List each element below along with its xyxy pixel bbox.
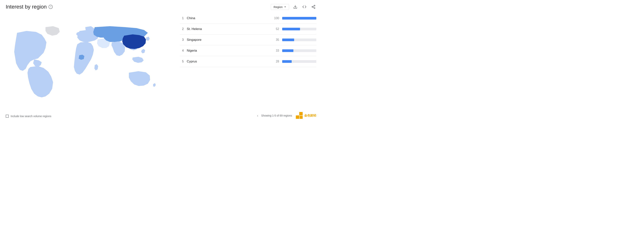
bar-container [282,60,316,63]
pagination-info: Showing 1-5 of 69 regions [261,114,292,117]
region-rank: 5 [180,60,184,63]
dropdown-label: Region [274,5,283,9]
low-volume-checkbox[interactable] [6,115,9,118]
region-name[interactable]: Singapore [187,38,269,42]
section-header: Interest by region ? Region ▼ [6,4,316,10]
region-name[interactable]: China [187,16,269,20]
share-button[interactable] [311,4,316,10]
download-button[interactable] [292,4,298,10]
svg-rect-9 [300,116,303,119]
list-item: 5Cyprus28 [180,56,316,67]
list-footer: ‹ Showing 1-5 of 69 regions 金色财经 [256,110,316,119]
page-title: Interest by region [6,4,46,10]
region-dropdown[interactable]: Region ▼ [271,4,289,10]
help-icon[interactable]: ? [48,5,53,9]
bar-container [282,49,316,52]
bar-container [282,17,316,20]
region-name[interactable]: Nigeria [187,49,269,53]
region-value: 28 [272,60,279,63]
embed-button[interactable] [302,4,307,10]
bar-fill [282,60,292,63]
list-item: 1China100 [180,13,316,24]
main-content: Include low search volume regions 1China… [6,13,316,119]
header-right: Region ▼ [271,4,316,10]
prev-page-button[interactable]: ‹ [256,113,259,118]
region-value: 35 [272,38,279,42]
svg-rect-8 [296,115,299,119]
map-footer: Include low search volume regions [6,115,172,119]
list-item: 4Nigeria33 [180,45,316,56]
region-rank: 4 [180,49,184,52]
list-section: 1China1002St. Helena523Singapore354Niger… [172,13,316,119]
bar-fill [282,39,294,41]
region-name[interactable]: St. Helena [187,27,269,31]
region-value: 100 [272,17,279,20]
watermark-logo [296,112,303,119]
low-volume-label: Include low search volume regions [10,115,51,118]
map-container [6,13,172,112]
bar-fill [282,28,300,30]
region-rank: 3 [180,38,184,42]
region-value: 52 [272,27,279,31]
chevron-down-icon: ▼ [284,6,286,8]
header-left: Interest by region ? [6,4,53,10]
region-value: 33 [272,49,279,52]
region-rank: 2 [180,27,184,31]
svg-line-4 [313,7,314,8]
watermark-text: 金色财经 [304,114,316,118]
list-footer-area: ‹ Showing 1-5 of 69 regions 金色财经 [180,110,316,119]
svg-rect-10 [296,113,298,115]
bar-container [282,39,316,41]
svg-line-5 [313,6,314,7]
svg-rect-7 [299,112,303,115]
map-section: Include low search volume regions [6,13,172,119]
bar-fill [282,49,294,52]
region-rank: 1 [180,17,184,20]
list-item: 3Singapore35 [180,35,316,45]
region-name[interactable]: Cyprus [187,60,269,63]
region-list: 1China1002St. Helena523Singapore354Niger… [180,13,316,110]
bar-fill [282,17,316,20]
list-item: 2St. Helena52 [180,24,316,35]
world-map [11,22,167,103]
bar-container [282,28,316,30]
